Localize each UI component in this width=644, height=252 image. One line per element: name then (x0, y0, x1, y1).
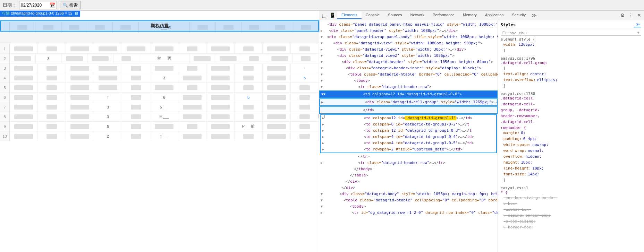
cell: 3 (150, 73, 178, 82)
table-row[interactable]: 4 3 b (0, 73, 319, 83)
tab-application[interactable]: Application (481, 11, 508, 19)
expand-arrow[interactable] (321, 65, 325, 71)
styles-header: Styles ≫ (501, 21, 641, 28)
row-num: 6 (0, 93, 10, 102)
style-selector: easyui.css:1796 (501, 56, 641, 61)
expand-arrow[interactable] (321, 203, 325, 210)
code-text: <div class="datagrid-header-inner" style… (325, 65, 481, 71)
cell (10, 112, 38, 121)
expand-arrow[interactable] (321, 84, 325, 90)
close-icon[interactable]: ✕ (636, 12, 643, 19)
cell (206, 102, 235, 112)
cell (94, 63, 122, 73)
cell (178, 44, 206, 53)
inspect-icon[interactable]: ⬚ (321, 12, 328, 19)
cell (206, 131, 235, 141)
code-text: </table> (325, 172, 368, 179)
styles-computed-tab[interactable]: ≫ (634, 22, 641, 27)
cell (263, 44, 291, 53)
cell (122, 112, 150, 121)
calendar-icon[interactable]: 📅 (49, 2, 55, 8)
expand-arrow[interactable]: ▼ (321, 91, 325, 97)
cell (291, 83, 319, 92)
html-tree-panel[interactable]: <div class="panel datagrid panel-htop ea… (319, 20, 498, 252)
datagrid-body[interactable]: 1 2 3 主___票 (0, 44, 319, 252)
devtools-content-area: <div class="panel datagrid panel-htop ea… (319, 20, 644, 252)
cell: 2 (94, 131, 122, 141)
selected-code-line[interactable]: ▼ <td colspan=12 id="datagrid-td-group1-… (319, 90, 498, 98)
table-row[interactable]: 5 (0, 83, 319, 93)
expand-arrow[interactable] (321, 160, 325, 166)
cell: b (235, 93, 263, 102)
style-prop: font-size: 14px; (501, 171, 641, 177)
more-options-icon[interactable]: ⋮ (627, 12, 634, 19)
table-row[interactable]: 9 5 P___前 (0, 122, 319, 131)
code-line: <td colspan=4 id="datagrid-td-group1-0-5… (321, 140, 496, 146)
tab-console[interactable]: Console (362, 11, 384, 19)
style-prop: } (501, 47, 641, 53)
tab-sources[interactable]: Sources (384, 11, 406, 19)
add-rule-icon[interactable]: + (637, 31, 639, 35)
expand-arrow[interactable] (321, 46, 325, 53)
expand-arrow[interactable] (322, 128, 326, 134)
tab-security[interactable]: Security (508, 11, 530, 19)
cell (293, 54, 319, 63)
cell (206, 63, 235, 73)
expand-arrow[interactable] (321, 53, 325, 59)
expand-arrow[interactable] (321, 28, 325, 34)
devtools-panel: ⬚ 📱 Elements Console Sources Network Per… (319, 11, 644, 252)
style-prop: } (501, 177, 641, 183)
cell (178, 102, 206, 112)
code-text: <tbody> (325, 78, 370, 84)
device-icon[interactable]: 📱 (329, 12, 336, 19)
style-prop: { (501, 65, 641, 71)
ellipsis-button[interactable]: … (319, 114, 325, 118)
table-row[interactable]: 10 2 f___ (0, 131, 319, 141)
row-num: 7 (0, 102, 10, 112)
more-tabs-icon[interactable]: ≫ (531, 12, 537, 19)
expand-arrow[interactable] (321, 59, 325, 65)
cell (38, 131, 66, 141)
cell (150, 44, 178, 53)
cell (263, 93, 291, 102)
cell (235, 63, 263, 73)
row-num: 4 (0, 73, 10, 82)
code-line: </div> (319, 179, 498, 185)
expand-arrow[interactable] (322, 140, 326, 146)
search-button[interactable]: 🔍 搜索 (60, 1, 81, 9)
expand-arrow[interactable] (322, 146, 326, 153)
group-header-text: 期权仿置 (151, 23, 169, 29)
tab-network[interactable]: Network (406, 11, 429, 19)
cell (235, 44, 263, 53)
tab-performance[interactable]: Performance (429, 11, 459, 19)
table-row[interactable]: 6 † 6 b (0, 93, 319, 102)
highlighted-header-row: 期权仿置 (0, 20, 319, 32)
expand-arrow[interactable] (322, 134, 326, 140)
code-line: <div class="datagrid-header-inner" style… (319, 65, 498, 71)
filter-bar[interactable]: + (501, 30, 641, 36)
date-input-wrap[interactable]: 📅 (19, 1, 57, 9)
settings-icon[interactable]: ⚙ (619, 12, 626, 19)
cell (122, 122, 150, 131)
expand-arrow[interactable] (321, 78, 325, 84)
table-row[interactable]: 7 3 5___ (0, 102, 319, 112)
tab-elements[interactable]: Elements (337, 11, 362, 19)
table-row[interactable]: 3 - (0, 63, 319, 73)
code-text: <div class="datagrid-view2" style="width… (325, 53, 455, 59)
styles-tabs: ≫ (634, 22, 641, 27)
style-selector-name: * { (501, 190, 641, 195)
tab-memory[interactable]: Memory (459, 11, 481, 19)
expand-arrow[interactable] (322, 121, 326, 128)
filter-input[interactable] (502, 31, 637, 35)
cell (10, 131, 38, 141)
devtools-right-icons: ⚙ ⋮ ✕ (619, 12, 643, 19)
table-row[interactable]: 1 (0, 44, 319, 54)
table-row[interactable]: 8 3 三___ (0, 112, 319, 122)
date-input[interactable] (21, 3, 49, 8)
cell (206, 112, 235, 121)
expand-arrow[interactable] (321, 40, 325, 46)
highlighted-code-block: <td colspan=12 id="datagrid-td-group1-1"… (320, 114, 497, 153)
table-row[interactable]: 2 3 主___票 (0, 54, 319, 63)
cell: 6 (150, 93, 178, 102)
code-text: <div class="datagrid-view1" style="width… (325, 46, 466, 53)
